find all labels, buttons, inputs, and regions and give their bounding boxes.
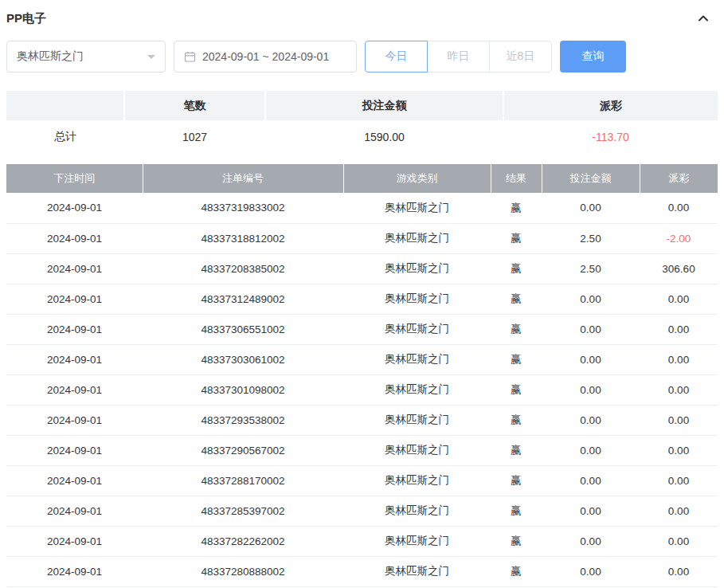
table-row: 2024-09-0148337303061002奥林匹斯之门赢0.000.00 [6, 344, 718, 374]
header-payout: 派彩 [640, 164, 718, 193]
calendar-icon [184, 51, 196, 63]
cell-order-id: 48337312489002 [143, 284, 343, 314]
summary-total-bet-amount: 1590.00 [265, 120, 503, 154]
cell-result: 赢 [491, 526, 542, 556]
cell-result: 赢 [491, 284, 542, 314]
summary-total-label: 总计 [6, 120, 124, 154]
game-select-value: 奥林匹斯之门 [17, 49, 84, 64]
search-button[interactable]: 查询 [560, 41, 626, 73]
cell-result: 赢 [491, 253, 542, 284]
date-range-value: 2024-09-01 ~ 2024-09-01 [202, 50, 329, 63]
panel-header: PP电子 [6, 10, 718, 27]
chevron-up-icon[interactable] [697, 12, 718, 25]
summary-header-blank [6, 91, 124, 120]
cell-bet-amount: 0.00 [542, 465, 640, 496]
cell-result: 赢 [491, 344, 542, 374]
cell-game-type: 奥林匹斯之门 [343, 284, 491, 314]
cell-order-id: 48337288170002 [143, 465, 343, 496]
cell-order-id: 48337293538002 [143, 405, 343, 435]
table-row: 2024-09-0148337306551002奥林匹斯之门赢0.000.00 [6, 314, 718, 344]
summary-total-payout: -113.70 [503, 120, 718, 154]
cell-payout: 0.00 [640, 374, 718, 405]
cell-bet-amount: 0.00 [542, 435, 640, 465]
cell-bet-time: 2024-09-01 [6, 223, 143, 253]
cell-payout: 0.00 [640, 193, 718, 223]
cell-payout: 0.00 [640, 556, 718, 586]
cell-order-id: 48337318812002 [143, 223, 343, 253]
cell-game-type: 奥林匹斯之门 [343, 374, 491, 405]
cell-bet-amount: 2.50 [542, 253, 640, 284]
cell-result: 赢 [491, 374, 542, 405]
table-row: 2024-09-0148337312489002奥林匹斯之门赢0.000.00 [6, 284, 718, 314]
cell-payout: 0.00 [640, 526, 718, 556]
bet-records-table: 下注时间 注单编号 游戏类别 结果 投注金额 派彩 2024-09-014833… [6, 164, 718, 587]
cell-bet-time: 2024-09-01 [6, 284, 143, 314]
cell-order-id: 48337319833002 [143, 193, 343, 223]
cell-result: 赢 [491, 223, 542, 253]
cell-bet-amount: 0.00 [542, 526, 640, 556]
quick-range-buttons: 今日 昨日 近8日 [365, 41, 552, 73]
table-body: 2024-09-0148337319833002奥林匹斯之门赢0.000.002… [6, 193, 718, 586]
chevron-down-icon [147, 55, 155, 63]
summary-total-count: 1027 [124, 120, 265, 154]
summary-header-count: 笔数 [124, 91, 265, 120]
table-row: 2024-09-0148337208385002奥林匹斯之门赢2.50306.6… [6, 253, 718, 284]
last8days-button[interactable]: 近8日 [489, 41, 552, 73]
cell-bet-time: 2024-09-01 [6, 556, 143, 586]
today-button[interactable]: 今日 [365, 41, 428, 73]
cell-game-type: 奥林匹斯之门 [343, 526, 491, 556]
panel-title: PP电子 [6, 11, 46, 26]
yesterday-button[interactable]: 昨日 [427, 41, 490, 73]
cell-game-type: 奥林匹斯之门 [343, 223, 491, 253]
cell-result: 赢 [491, 314, 542, 344]
cell-bet-time: 2024-09-01 [6, 193, 143, 223]
cell-payout: -2.00 [640, 223, 718, 253]
table-row: 2024-09-0148337290567002奥林匹斯之门赢0.000.00 [6, 435, 718, 465]
cell-game-type: 奥林匹斯之门 [343, 556, 491, 586]
cell-result: 赢 [491, 465, 542, 496]
cell-bet-time: 2024-09-01 [6, 435, 143, 465]
cell-game-type: 奥林匹斯之门 [343, 314, 491, 344]
table-row: 2024-09-0148337288170002奥林匹斯之门赢0.000.00 [6, 465, 718, 496]
cell-game-type: 奥林匹斯之门 [343, 193, 491, 223]
date-range-picker[interactable]: 2024-09-01 ~ 2024-09-01 [174, 41, 357, 73]
cell-order-id: 48337290567002 [143, 435, 343, 465]
cell-order-id: 48337280888002 [143, 556, 343, 586]
cell-game-type: 奥林匹斯之门 [343, 496, 491, 526]
cell-bet-time: 2024-09-01 [6, 374, 143, 405]
cell-bet-amount: 0.00 [542, 374, 640, 405]
summary-header-row: 笔数 投注金额 派彩 [6, 91, 718, 120]
filter-bar: 奥林匹斯之门 2024-09-01 ~ 2024-09-01 今日 昨日 近8日… [6, 41, 718, 73]
cell-payout: 0.00 [640, 314, 718, 344]
cell-payout: 0.00 [640, 496, 718, 526]
table-row: 2024-09-0148337293538002奥林匹斯之门赢0.000.00 [6, 405, 718, 435]
cell-bet-time: 2024-09-01 [6, 496, 143, 526]
cell-bet-time: 2024-09-01 [6, 314, 143, 344]
cell-bet-time: 2024-09-01 [6, 526, 143, 556]
cell-game-type: 奥林匹斯之门 [343, 465, 491, 496]
table-header-row: 下注时间 注单编号 游戏类别 结果 投注金额 派彩 [6, 164, 718, 193]
cell-bet-amount: 0.00 [542, 284, 640, 314]
table-row: 2024-09-0148337301098002奥林匹斯之门赢0.000.00 [6, 374, 718, 405]
cell-order-id: 48337303061002 [143, 344, 343, 374]
cell-bet-amount: 0.00 [542, 193, 640, 223]
table-row: 2024-09-0148337318812002奥林匹斯之门赢2.50-2.00 [6, 223, 718, 253]
cell-game-type: 奥林匹斯之门 [343, 344, 491, 374]
game-select[interactable]: 奥林匹斯之门 [6, 41, 166, 73]
cell-order-id: 48337285397002 [143, 496, 343, 526]
cell-bet-time: 2024-09-01 [6, 405, 143, 435]
table-row: 2024-09-0148337319833002奥林匹斯之门赢0.000.00 [6, 193, 718, 223]
table-row: 2024-09-0148337280888002奥林匹斯之门赢0.000.00 [6, 556, 718, 586]
cell-order-id: 48337282262002 [143, 526, 343, 556]
header-game-type: 游戏类别 [343, 164, 491, 193]
cell-bet-amount: 0.00 [542, 344, 640, 374]
summary-table: 笔数 投注金额 派彩 总计 1027 1590.00 -113.70 [6, 91, 718, 154]
cell-bet-amount: 0.00 [542, 405, 640, 435]
cell-bet-amount: 0.00 [542, 314, 640, 344]
cell-bet-time: 2024-09-01 [6, 253, 143, 284]
cell-payout: 0.00 [640, 405, 718, 435]
cell-bet-amount: 0.00 [542, 496, 640, 526]
cell-game-type: 奥林匹斯之门 [343, 405, 491, 435]
cell-result: 赢 [491, 193, 542, 223]
cell-payout: 306.60 [640, 253, 718, 284]
